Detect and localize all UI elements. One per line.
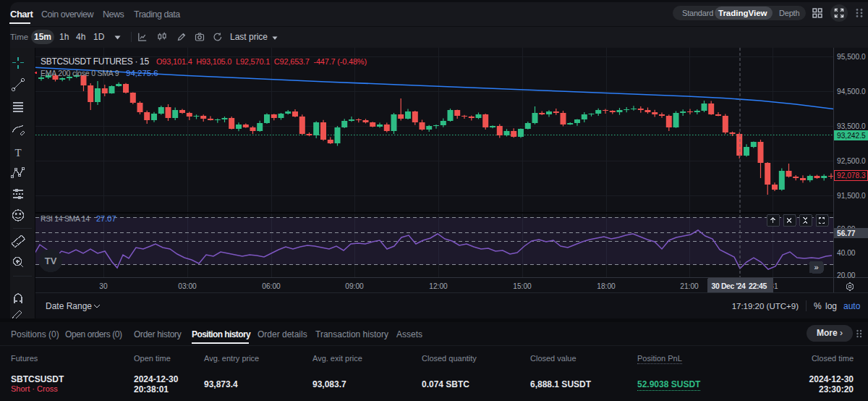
svg-text:93,500.0: 93,500.0 <box>837 122 866 130</box>
svg-text:15:00: 15:00 <box>513 282 532 290</box>
svg-text:log: log <box>825 301 837 311</box>
svg-text:92,078.3: 92,078.3 <box>837 172 866 180</box>
svg-text:Date Range: Date Range <box>46 301 92 311</box>
svg-text:56.77: 56.77 <box>837 229 856 237</box>
svg-text:%: % <box>814 301 822 311</box>
svg-text:30: 30 <box>99 282 108 290</box>
svg-text:auto: auto <box>843 301 861 311</box>
svg-text:06:00: 06:00 <box>262 282 281 290</box>
svg-text:94,275.6: 94,275.6 <box>126 69 158 77</box>
svg-text:40.00: 40.00 <box>837 249 856 257</box>
svg-text:12:00: 12:00 <box>429 282 448 290</box>
svg-text:91,500.0: 91,500.0 <box>837 192 866 200</box>
svg-text:09:00: 09:00 <box>345 282 364 290</box>
svg-text:27.07: 27.07 <box>96 214 116 223</box>
svg-text:SBTCSUSDT FUTURES · 15: SBTCSUSDT FUTURES · 15 <box>41 56 149 67</box>
svg-text:O93,101.4 H93,105.0 L92,570.: O93,101.4 H93,105.0 L92,570.1 C92,653.7 … <box>156 57 367 66</box>
svg-text:22:45: 22:45 <box>749 282 767 290</box>
svg-text:20.00: 20.00 <box>837 271 856 279</box>
svg-text:03:00: 03:00 <box>178 282 197 290</box>
svg-text:RSI 14 SMA 14: RSI 14 SMA 14 <box>41 214 90 223</box>
svg-text:17:19:20 (UTC+9): 17:19:20 (UTC+9) <box>732 302 799 311</box>
svg-text:T: T <box>14 147 21 159</box>
svg-text:30 Dec '24: 30 Dec '24 <box>712 282 746 290</box>
svg-text:TV: TV <box>45 256 57 266</box>
svg-text:93,242.5: 93,242.5 <box>837 132 866 140</box>
svg-text:»: » <box>814 263 818 271</box>
svg-text:EMA 200 close 0 SMA 9: EMA 200 close 0 SMA 9 <box>41 69 119 77</box>
svg-text:18:00: 18:00 <box>597 282 616 290</box>
svg-text:21:00: 21:00 <box>680 282 699 290</box>
svg-text:95,500.0: 95,500.0 <box>837 53 866 61</box>
svg-text:92,500.0: 92,500.0 <box>837 157 866 165</box>
svg-text:94,500.0: 94,500.0 <box>837 88 866 96</box>
